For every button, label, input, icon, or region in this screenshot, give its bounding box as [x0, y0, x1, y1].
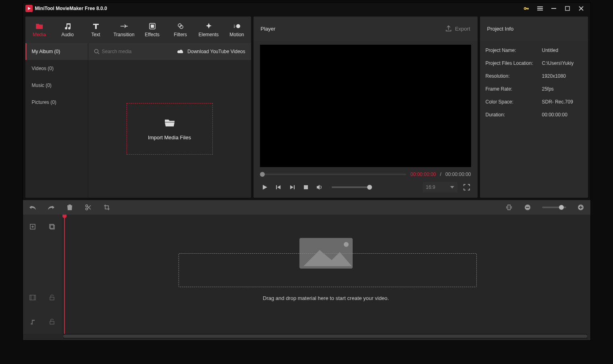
lock-audio-track-button[interactable]	[42, 310, 62, 334]
timeline-body: Drag and drop material here to start cre…	[23, 215, 590, 334]
playhead[interactable]	[64, 215, 65, 334]
tab-audio[interactable]: Audio	[54, 17, 82, 43]
svg-rect-31	[508, 205, 510, 210]
lock-video-track-button[interactable]	[42, 285, 62, 310]
svg-rect-5	[565, 6, 569, 10]
transition-icon	[120, 22, 128, 30]
redo-button[interactable]	[47, 203, 55, 211]
timeline-canvas[interactable]: Drag and drop material here to start cre…	[62, 215, 590, 334]
media-sidebar: My Album (0) Videos (0) Music (0) Pictur…	[25, 43, 88, 198]
tab-label: Filters	[174, 32, 187, 37]
timeline-horizontal-scrollbar[interactable]	[63, 334, 587, 339]
tab-label: Motion	[229, 32, 244, 37]
project-info-header: Project Info	[480, 17, 588, 41]
upper-area: Media Audio Text Transition Effects	[23, 14, 590, 200]
fullscreen-button[interactable]	[463, 184, 470, 191]
sidebar-item-label: Music (0)	[32, 83, 52, 88]
tab-filters[interactable]: Filters	[166, 17, 195, 43]
tab-label: Audio	[61, 32, 74, 37]
tab-effects[interactable]: Effects	[138, 17, 166, 43]
info-key: Project Files Location:	[486, 60, 542, 66]
hamburger-menu-icon[interactable]	[533, 3, 547, 14]
export-button[interactable]: Export	[445, 25, 470, 32]
maximize-button[interactable]	[561, 3, 574, 14]
play-button[interactable]	[261, 183, 269, 191]
scrub-track[interactable]	[260, 174, 407, 175]
auto-fit-button[interactable]	[505, 203, 513, 211]
main-tabs: Media Audio Text Transition Effects	[25, 17, 251, 43]
svg-rect-13	[234, 25, 235, 25]
add-track-above-button[interactable]	[23, 215, 42, 239]
tab-label: Transition	[113, 32, 134, 37]
close-button[interactable]	[574, 3, 588, 14]
tab-text[interactable]: Text	[82, 17, 110, 43]
tab-elements[interactable]: Elements	[195, 17, 223, 43]
tab-transition[interactable]: Transition	[110, 17, 138, 43]
crop-button[interactable]	[103, 203, 111, 211]
titlebar: MiniTool MovieMaker Free 8.0.0	[23, 3, 590, 14]
zoom-in-button[interactable]	[577, 203, 585, 211]
info-value: 25fps	[542, 86, 554, 92]
svg-marker-20	[277, 185, 281, 189]
volume-slider[interactable]	[332, 186, 372, 188]
info-row: Duration:00:00:00:00	[486, 108, 582, 121]
project-info-title: Project Info	[487, 26, 514, 32]
svg-marker-0	[28, 7, 31, 10]
player-controls: 16:9	[260, 179, 471, 195]
volume-thumb[interactable]	[367, 185, 372, 190]
sidebar-item-my-album[interactable]: My Album (0)	[25, 43, 88, 60]
zoom-slider[interactable]	[542, 207, 566, 208]
search-box[interactable]	[94, 49, 177, 54]
scrub-thumb[interactable]	[260, 172, 265, 177]
delete-button[interactable]	[66, 203, 74, 211]
tab-media[interactable]: Media	[25, 17, 54, 43]
stop-button[interactable]	[302, 183, 310, 191]
tab-motion[interactable]: Motion	[223, 17, 251, 43]
download-youtube-button[interactable]: Download YouTube Videos	[177, 49, 245, 54]
info-row: Resolution:1920x1080	[486, 70, 582, 83]
prev-frame-button[interactable]	[274, 183, 283, 191]
svg-rect-36	[580, 206, 581, 209]
folder-open-icon	[164, 118, 176, 128]
timeline-dropzone[interactable]	[179, 253, 477, 287]
zoom-out-button[interactable]	[524, 203, 532, 211]
activate-key-icon[interactable]	[519, 3, 533, 14]
next-frame-button[interactable]	[288, 183, 296, 191]
sidebar-item-pictures[interactable]: Pictures (0)	[25, 94, 88, 111]
sidebar-item-music[interactable]: Music (0)	[25, 77, 88, 94]
sidebar-item-label: Videos (0)	[32, 66, 54, 71]
add-track-below-button[interactable]	[42, 215, 62, 239]
player-title: Player	[261, 26, 276, 32]
zoom-thumb[interactable]	[559, 205, 564, 210]
time-total: 00:00:00:00	[445, 172, 471, 177]
split-button[interactable]	[84, 203, 92, 211]
app-logo-icon	[25, 5, 33, 12]
tab-label: Elements	[198, 32, 218, 37]
svg-marker-25	[450, 186, 454, 188]
search-input[interactable]	[102, 49, 166, 54]
minimize-button[interactable]	[547, 3, 561, 14]
info-row: Color Space:SDR- Rec.709	[486, 95, 582, 108]
svg-rect-9	[151, 25, 154, 28]
sidebar-item-label: Pictures (0)	[32, 99, 56, 105]
import-media-dropzone[interactable]: Import Media Files	[127, 103, 213, 155]
folder-icon	[35, 22, 44, 30]
aspect-ratio-select[interactable]: 16:9	[423, 182, 457, 192]
svg-rect-42	[30, 295, 35, 300]
svg-rect-19	[276, 185, 277, 189]
svg-rect-33	[526, 207, 529, 208]
volume-icon[interactable]	[316, 183, 324, 191]
player-scrubber[interactable]: 00:00:00:00 / 00:00:00:00	[260, 170, 471, 179]
effects-icon	[148, 22, 156, 30]
svg-rect-15	[234, 27, 235, 28]
video-track-icon	[23, 285, 42, 310]
aspect-ratio-label: 16:9	[426, 184, 435, 190]
player-header: Player Export	[254, 17, 478, 41]
svg-rect-22	[294, 185, 295, 189]
scrollbar-thumb[interactable]	[63, 335, 587, 338]
sidebar-item-videos[interactable]: Videos (0)	[25, 60, 88, 77]
motion-icon	[233, 22, 241, 30]
undo-button[interactable]	[29, 203, 37, 211]
audio-track-icon	[23, 310, 42, 334]
player-viewport[interactable]	[260, 45, 471, 167]
